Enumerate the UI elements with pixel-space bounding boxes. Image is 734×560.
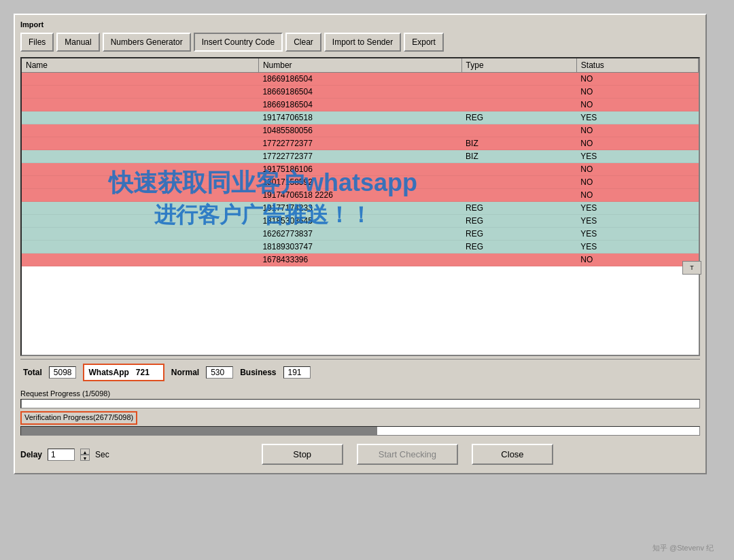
cell-type	[461, 176, 576, 189]
start-checking-button[interactable]: Start Checking	[357, 444, 458, 465]
cell-name	[22, 189, 258, 202]
table-row: 18669186504 NO	[22, 86, 699, 99]
cell-status: NO	[576, 73, 698, 86]
cell-number: 18669186504	[258, 86, 461, 99]
table-row: 10485580056 NO	[22, 124, 699, 137]
table-row: 17722772377 BIZ NO	[22, 137, 699, 150]
progress-section: Request Progress (1/5098) Verification P…	[20, 389, 700, 436]
cell-status: NO	[576, 137, 698, 150]
table-row: 18189303747 REG YES	[22, 241, 699, 253]
col-header-type: Type	[461, 58, 576, 73]
total-label: Total	[23, 368, 42, 377]
whatsapp-label: WhatsApp	[88, 368, 128, 377]
request-progress-bar	[20, 399, 700, 408]
cell-name	[22, 163, 258, 176]
verification-progress-box: Verification Progress(2677/5098)	[20, 411, 137, 425]
clear-button[interactable]: Clear	[285, 33, 321, 52]
whatsapp-box: WhatsApp 721	[83, 364, 164, 381]
files-button[interactable]: Files	[20, 33, 54, 52]
cell-name	[22, 124, 258, 137]
stats-bar: Total 5098 WhatsApp 721 Normal 530 Busin…	[20, 359, 700, 385]
cell-type: REG	[461, 215, 576, 228]
cell-type	[461, 99, 576, 111]
cell-type: REG	[461, 228, 576, 241]
table-row: 16262773837 REG YES	[22, 228, 699, 241]
table-row: 18669186504 NO	[22, 99, 699, 111]
table-row: 19177174233 REG YES	[22, 202, 699, 215]
cell-number: 18669186504	[258, 73, 461, 86]
delay-unit: Sec	[95, 450, 109, 459]
verification-progress-fill	[21, 427, 377, 435]
cell-name	[22, 86, 258, 99]
cell-type	[461, 189, 576, 202]
cell-name	[22, 99, 258, 111]
total-value: 5098	[49, 366, 77, 379]
import-to-sender-button[interactable]: Import to Sender	[324, 33, 401, 52]
numbers-generator-button[interactable]: Numbers Generator	[103, 33, 191, 52]
spinner-down[interactable]: ▼	[80, 455, 90, 461]
cell-number: 19174706518 2226	[258, 189, 461, 202]
table-row: 19174706518 REG YES	[22, 111, 699, 124]
cell-number: 19175186106	[258, 163, 461, 176]
delay-spinner[interactable]: ▲ ▼	[80, 449, 90, 461]
table-row: 18669186504 NO	[22, 73, 699, 86]
cell-type	[461, 86, 576, 99]
cell-number: 16262773837	[258, 228, 461, 241]
cell-status: NO	[576, 253, 698, 266]
cell-status: NO	[576, 99, 698, 111]
data-table: Name Number Type Status 18669186504 NO 1…	[22, 58, 699, 266]
stop-button[interactable]: Stop	[262, 444, 343, 465]
cell-status: YES	[576, 228, 698, 241]
cell-number: 19177174233	[258, 202, 461, 215]
manual-button[interactable]: Manual	[56, 33, 99, 52]
cell-status: NO	[576, 163, 698, 176]
cell-name	[22, 176, 258, 189]
cell-number: 10485580056	[258, 124, 461, 137]
request-progress-label: Request Progress (1/5098)	[20, 389, 700, 398]
cell-type	[461, 163, 576, 176]
cell-type: BIZ	[461, 137, 576, 150]
table-row: 19174706518 2226 NO	[22, 189, 699, 202]
zhihu-badge: 知乎 @Stevenv 纪	[652, 543, 714, 553]
main-window: Import Files Manual Numbers Generator In…	[14, 14, 707, 474]
cell-name	[22, 215, 258, 228]
cell-type: REG	[461, 241, 576, 253]
business-label: Business	[240, 368, 276, 377]
table-row: 17722772377 BIZ YES	[22, 150, 699, 163]
cell-type: BIZ	[461, 150, 576, 163]
cell-number: 19174706518	[258, 111, 461, 124]
cell-name	[22, 137, 258, 150]
export-button[interactable]: Export	[404, 33, 444, 52]
toolbar: Files Manual Numbers Generator Insert Co…	[20, 33, 700, 52]
table-row: 18185303645 REG YES	[22, 215, 699, 228]
table-row: 19175186106 NO	[22, 163, 699, 176]
cell-name	[22, 150, 258, 163]
cell-type	[461, 124, 576, 137]
cell-number: 18185303645	[258, 215, 461, 228]
cell-type	[461, 253, 576, 266]
cell-status: YES	[576, 241, 698, 253]
cell-type	[461, 73, 576, 86]
verification-progress-label: Verification Progress(2677/5098)	[22, 413, 136, 422]
normal-value: 530	[206, 366, 233, 379]
cell-status: NO	[576, 176, 698, 189]
col-header-name: Name	[22, 58, 258, 73]
cell-status: YES	[576, 150, 698, 163]
cell-name	[22, 241, 258, 253]
cell-name	[22, 202, 258, 215]
cell-name	[22, 73, 258, 86]
verification-progress-bar	[20, 426, 700, 436]
cell-name	[22, 228, 258, 241]
insert-country-code-button[interactable]: Insert Country Code	[194, 33, 283, 52]
cell-status: YES	[576, 215, 698, 228]
cell-status: NO	[576, 124, 698, 137]
cell-number: 17722772377	[258, 137, 461, 150]
cell-name	[22, 253, 258, 266]
delay-row: Delay ▲ ▼ Sec Stop Start Checking Close	[20, 441, 700, 468]
delay-label: Delay	[20, 450, 42, 459]
close-button[interactable]: Close	[472, 444, 553, 465]
spinner-up[interactable]: ▲	[80, 449, 90, 455]
delay-input[interactable]	[48, 449, 75, 461]
cell-type: REG	[461, 202, 576, 215]
data-table-container[interactable]: Name Number Type Status 18669186504 NO 1…	[20, 57, 700, 356]
